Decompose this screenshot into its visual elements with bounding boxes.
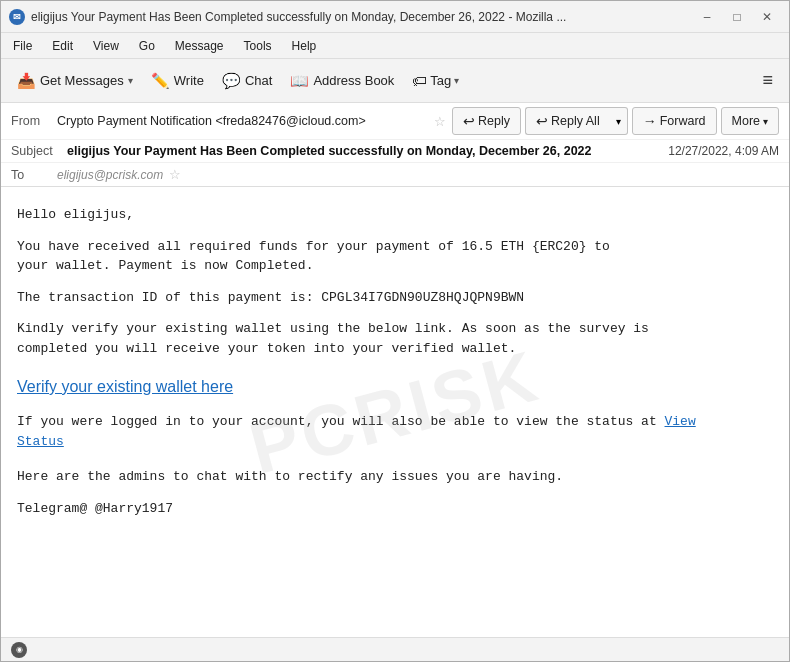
subject-label: Subject (11, 144, 61, 158)
reply-button[interactable]: ↩ Reply (452, 107, 521, 135)
reply-all-button[interactable]: ↩ Reply All (525, 107, 610, 135)
para5: Here are the admins to chat with to rect… (17, 467, 773, 487)
reply-all-label: Reply All (551, 114, 600, 128)
reply-icon: ↩ (463, 113, 475, 129)
para3: Kindly verify your existing wallet using… (17, 319, 773, 358)
close-button[interactable]: ✕ (753, 7, 781, 27)
menu-message[interactable]: Message (167, 37, 232, 55)
chat-label: Chat (245, 73, 272, 88)
to-row: To eligijus@pcrisk.com ☆ (1, 163, 789, 186)
from-label: From (11, 114, 51, 128)
menu-file[interactable]: File (5, 37, 40, 55)
reply-all-group: ↩ Reply All ▾ (525, 107, 628, 135)
more-label: More (732, 114, 760, 128)
menu-bar: File Edit View Go Message Tools Help (1, 33, 789, 59)
to-label: To (11, 168, 51, 182)
menu-tools[interactable]: Tools (236, 37, 280, 55)
title-bar-left: ✉ eligijus Your Payment Has Been Complet… (9, 9, 566, 25)
write-label: Write (174, 73, 204, 88)
reply-label: Reply (478, 114, 510, 128)
window-controls: – □ ✕ (693, 7, 781, 27)
menu-view[interactable]: View (85, 37, 127, 55)
tag-icon: 🏷 (412, 72, 427, 89)
address-book-button[interactable]: 📖 Address Book (282, 63, 402, 99)
from-row: From Crypto Payment Notification <freda8… (1, 103, 789, 140)
email-date: 12/27/2022, 4:09 AM (668, 144, 779, 158)
write-button[interactable]: ✏️ Write (143, 63, 212, 99)
write-icon: ✏️ (151, 72, 170, 90)
greeting: Hello eligijus, (17, 205, 773, 225)
menu-edit[interactable]: Edit (44, 37, 81, 55)
to-star-icon[interactable]: ☆ (169, 167, 181, 182)
chat-icon: 💬 (222, 72, 241, 90)
hamburger-menu-button[interactable]: ≡ (754, 63, 781, 99)
para6: Telegram@ @Harry1917 (17, 499, 773, 519)
from-value: Crypto Payment Notification <freda82476@… (57, 114, 428, 128)
maximize-button[interactable]: □ (723, 7, 751, 27)
verify-wallet-link[interactable]: Verify your existing wallet here (17, 378, 233, 396)
menu-go[interactable]: Go (131, 37, 163, 55)
status-bar: ◉ (1, 637, 789, 661)
address-book-icon: 📖 (290, 72, 309, 90)
reply-all-icon: ↩ (536, 113, 548, 129)
forward-icon: → (643, 113, 657, 129)
subject-row: Subject eligijus Your Payment Has Been C… (1, 140, 789, 163)
subject-value: eligijus Your Payment Has Been Completed… (67, 144, 662, 158)
para2: The transaction ID of this payment is: C… (17, 288, 773, 308)
get-messages-button[interactable]: 📥 Get Messages ▾ (9, 63, 141, 99)
tag-dropdown-icon: ▾ (454, 75, 459, 86)
menu-help[interactable]: Help (284, 37, 325, 55)
reply-all-dropdown-button[interactable]: ▾ (610, 107, 628, 135)
to-value: eligijus@pcrisk.com (57, 168, 163, 182)
more-dropdown-icon: ▾ (763, 116, 768, 127)
tag-label: Tag (430, 73, 451, 88)
para4: If you were logged in to your account, y… (17, 412, 773, 451)
tag-button[interactable]: 🏷 Tag ▾ (404, 63, 467, 99)
get-messages-dropdown-icon: ▾ (128, 75, 133, 86)
email-headers: From Crypto Payment Notification <freda8… (1, 103, 789, 187)
forward-label: Forward (660, 114, 706, 128)
get-messages-icon: 📥 (17, 72, 36, 90)
minimize-button[interactable]: – (693, 7, 721, 27)
reply-all-dropdown-icon: ▾ (616, 116, 621, 127)
get-messages-label: Get Messages (40, 73, 124, 88)
main-window: ✉ eligijus Your Payment Has Been Complet… (0, 0, 790, 662)
para1: You have received all required funds for… (17, 237, 773, 276)
window-title: eligijus Your Payment Has Been Completed… (31, 10, 566, 24)
address-book-label: Address Book (313, 73, 394, 88)
view-status-link[interactable]: ViewStatus (17, 414, 696, 449)
chat-button[interactable]: 💬 Chat (214, 63, 280, 99)
connection-status-icon: ◉ (11, 642, 27, 658)
toolbar: 📥 Get Messages ▾ ✏️ Write 💬 Chat 📖 Addre… (1, 59, 789, 103)
more-button[interactable]: More ▾ (721, 107, 779, 135)
app-icon: ✉ (9, 9, 25, 25)
title-bar: ✉ eligijus Your Payment Has Been Complet… (1, 1, 789, 33)
star-icon[interactable]: ☆ (434, 114, 446, 129)
forward-button[interactable]: → Forward (632, 107, 717, 135)
email-body: PCRISK Hello eligijus, You have received… (1, 187, 789, 637)
